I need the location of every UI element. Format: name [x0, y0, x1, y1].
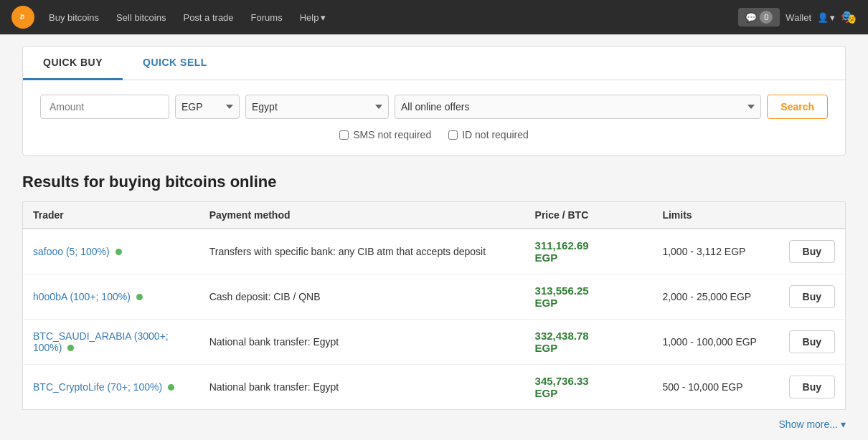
user-chevron-icon: ▾: [830, 12, 835, 23]
id-option[interactable]: ID not required: [448, 129, 529, 140]
quick-options: SMS not required ID not required: [40, 129, 828, 140]
nav-buy-bitcoins[interactable]: Buy bitcoins: [42, 12, 106, 23]
price-cell: 313,556.25EGP: [525, 274, 653, 320]
trader-cell: BTC_CryptoLife (70+; 100%): [23, 365, 199, 410]
quick-buy-sell-card: QUICK BUY QUICK SELL EGP USD EUR Egypt U…: [22, 46, 846, 156]
wallet-link[interactable]: Wallet: [786, 12, 811, 23]
extra-icon[interactable]: 🎭: [841, 9, 857, 25]
chat-icon: 💬: [745, 12, 757, 23]
amount-input[interactable]: [40, 95, 169, 119]
navbar: Buy bitcoins Sell bitcoins Post a trade …: [0, 0, 868, 34]
buy-button[interactable]: Buy: [789, 376, 835, 398]
chat-button[interactable]: 💬 0: [738, 8, 780, 27]
sms-option[interactable]: SMS not required: [339, 129, 431, 140]
buy-button[interactable]: Buy: [789, 285, 835, 308]
nav-sell-bitcoins[interactable]: Sell bitcoins: [109, 12, 173, 23]
chat-badge: 0: [760, 11, 773, 24]
online-indicator: [67, 345, 74, 351]
country-select[interactable]: Egypt United States Germany: [245, 95, 389, 119]
results-thead: Trader Payment method Price / BTC Limits: [23, 202, 846, 229]
show-more-label: Show more...: [779, 419, 838, 430]
table-row: BTC_CryptoLife (70+; 100%) National bank…: [23, 365, 846, 410]
id-checkbox[interactable]: [448, 130, 458, 140]
action-cell: Buy: [779, 365, 846, 410]
price-value: 332,438.78EGP: [535, 330, 589, 354]
user-menu[interactable]: 👤 ▾: [817, 12, 835, 23]
results-table: Trader Payment method Price / BTC Limits…: [22, 201, 846, 410]
price-value: 313,556.25EGP: [535, 284, 589, 309]
main-content: QUICK BUY QUICK SELL EGP USD EUR Egypt U…: [11, 46, 857, 439]
show-more-chevron-icon: ▾: [841, 419, 846, 430]
results-title: Results for buying bitcoins online: [22, 173, 846, 191]
payment-cell: National bank transfer: Egypt: [199, 365, 525, 410]
trader-cell: h0o0bA (100+; 100%): [23, 274, 199, 320]
buy-button[interactable]: Buy: [789, 240, 835, 263]
limits-cell: 2,000 - 25,000 EGP: [652, 274, 778, 320]
limits-cell: 1,000 - 3,112 EGP: [652, 229, 778, 274]
online-indicator: [168, 384, 174, 391]
online-indicator: [115, 249, 122, 255]
offers-select[interactable]: All online offers National bank transfer…: [395, 95, 761, 119]
price-value: 311,162.69EGP: [535, 239, 589, 264]
payment-cell: Cash deposit: CIB / QNB: [199, 274, 525, 320]
show-more-link[interactable]: Show more... ▾: [779, 419, 846, 430]
col-header-action: [779, 202, 846, 229]
col-header-limits: Limits: [652, 202, 778, 229]
trader-cell: safooo (5; 100%): [23, 229, 199, 274]
payment-cell: National bank transfer: Egypt: [199, 320, 525, 365]
trader-link[interactable]: h0o0bA (100+; 100%): [33, 291, 131, 302]
trader-cell: BTC_SAUDI_ARABIA (3000+; 100%): [23, 320, 199, 365]
nav-right: 💬 0 Wallet 👤 ▾ 🎭: [738, 8, 857, 27]
col-header-payment: Payment method: [199, 202, 525, 229]
nav-post-trade[interactable]: Post a trade: [176, 12, 240, 23]
online-indicator: [136, 294, 143, 300]
results-section: Results for buying bitcoins online Trade…: [22, 173, 846, 439]
id-label: ID not required: [462, 129, 529, 140]
user-icon: 👤: [817, 12, 829, 23]
currency-select[interactable]: EGP USD EUR: [175, 95, 240, 119]
search-button[interactable]: Search: [767, 95, 828, 119]
price-value: 345,736.33EGP: [535, 375, 589, 399]
quick-inputs-row: EGP USD EUR Egypt United States Germany …: [40, 95, 828, 119]
limits-cell: 1,000 - 100,000 EGP: [652, 320, 778, 365]
action-cell: Buy: [779, 274, 846, 320]
trader-link[interactable]: safooo (5; 100%): [33, 246, 110, 257]
results-tbody: safooo (5; 100%) Transfers with specific…: [23, 229, 846, 410]
sms-label: SMS not required: [353, 129, 431, 140]
price-cell: 345,736.33EGP: [525, 365, 653, 410]
trader-link[interactable]: BTC_SAUDI_ARABIA (3000+; 100%): [33, 330, 169, 353]
site-logo[interactable]: [11, 6, 34, 29]
sms-checkbox[interactable]: [339, 130, 349, 140]
buy-button[interactable]: Buy: [789, 330, 835, 353]
price-cell: 332,438.78EGP: [525, 320, 653, 365]
show-more-row: Show more... ▾: [22, 410, 846, 439]
price-cell: 311,162.69EGP: [525, 229, 653, 274]
action-cell: Buy: [779, 229, 846, 274]
tab-quick-sell[interactable]: QUICK SELL: [123, 47, 227, 80]
help-chevron-icon: ▾: [321, 12, 326, 23]
table-row: BTC_SAUDI_ARABIA (3000+; 100%) National …: [23, 320, 846, 365]
nav-help[interactable]: Help ▾: [293, 12, 334, 23]
nav-forums[interactable]: Forums: [244, 12, 290, 23]
limits-cell: 500 - 10,000 EGP: [652, 365, 778, 410]
col-header-trader: Trader: [23, 202, 199, 229]
trader-link[interactable]: BTC_CryptoLife (70+; 100%): [33, 381, 162, 393]
tab-quick-buy[interactable]: QUICK BUY: [23, 47, 123, 80]
quick-tabs: QUICK BUY QUICK SELL: [23, 47, 845, 80]
col-header-price: Price / BTC: [525, 202, 653, 229]
action-cell: Buy: [779, 320, 846, 365]
table-row: h0o0bA (100+; 100%) Cash deposit: CIB / …: [23, 274, 846, 320]
payment-cell: Transfers with specific bank: any CIB at…: [199, 229, 525, 274]
table-row: safooo (5; 100%) Transfers with specific…: [23, 229, 846, 274]
quick-body: EGP USD EUR Egypt United States Germany …: [23, 80, 845, 155]
